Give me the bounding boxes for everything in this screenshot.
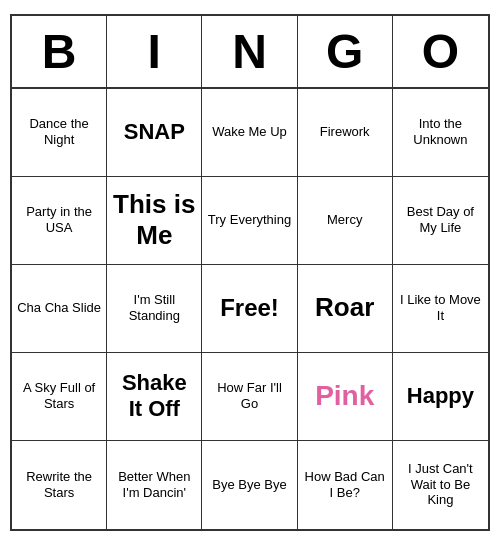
bingo-cell-20: Rewrite the Stars xyxy=(12,441,107,529)
bingo-cell-11: I'm Still Standing xyxy=(107,265,202,353)
bingo-cell-12: Free! xyxy=(202,265,297,353)
bingo-cell-3: Firework xyxy=(298,89,393,177)
bingo-cell-24: I Just Can't Wait to Be King xyxy=(393,441,488,529)
bingo-cell-17: How Far I'll Go xyxy=(202,353,297,441)
bingo-letter-n: N xyxy=(202,16,297,87)
bingo-cell-5: Party in the USA xyxy=(12,177,107,265)
bingo-cell-13: Roar xyxy=(298,265,393,353)
bingo-cell-23: How Bad Can I Be? xyxy=(298,441,393,529)
bingo-cell-21: Better When I'm Dancin' xyxy=(107,441,202,529)
bingo-letter-g: G xyxy=(298,16,393,87)
bingo-letter-b: B xyxy=(12,16,107,87)
bingo-cell-0: Dance the Night xyxy=(12,89,107,177)
bingo-cell-16: Shake It Off xyxy=(107,353,202,441)
bingo-cell-6: This is Me xyxy=(107,177,202,265)
bingo-cell-2: Wake Me Up xyxy=(202,89,297,177)
bingo-grid: Dance the NightSNAPWake Me UpFireworkInt… xyxy=(12,89,488,529)
bingo-cell-8: Mercy xyxy=(298,177,393,265)
bingo-cell-4: Into the Unknown xyxy=(393,89,488,177)
bingo-cell-19: Happy xyxy=(393,353,488,441)
bingo-card: BINGO Dance the NightSNAPWake Me UpFirew… xyxy=(10,14,490,531)
bingo-cell-1: SNAP xyxy=(107,89,202,177)
bingo-letter-i: I xyxy=(107,16,202,87)
bingo-cell-7: Try Everything xyxy=(202,177,297,265)
bingo-cell-9: Best Day of My Life xyxy=(393,177,488,265)
bingo-cell-15: A Sky Full of Stars xyxy=(12,353,107,441)
bingo-cell-22: Bye Bye Bye xyxy=(202,441,297,529)
bingo-cell-10: Cha Cha Slide xyxy=(12,265,107,353)
bingo-header: BINGO xyxy=(12,16,488,89)
bingo-cell-18: Pink xyxy=(298,353,393,441)
bingo-cell-14: I Like to Move It xyxy=(393,265,488,353)
bingo-letter-o: O xyxy=(393,16,488,87)
